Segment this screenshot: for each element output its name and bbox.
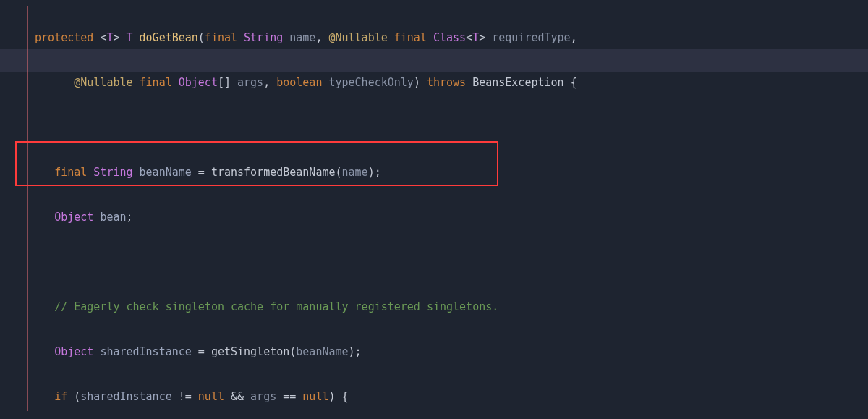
annotation: @Nullable: [328, 31, 387, 44]
return-type: T: [127, 31, 133, 44]
punct: ): [349, 345, 355, 358]
punct: >: [113, 31, 119, 44]
variable: sharedInstance: [100, 345, 191, 358]
param: typeCheckOnly: [328, 76, 413, 89]
variable: beanName: [140, 166, 192, 179]
param: args: [237, 76, 263, 89]
type-param: T: [472, 31, 479, 44]
keyword: final: [140, 76, 172, 89]
keyword: null: [302, 390, 328, 403]
punct: ): [414, 76, 420, 89]
comment: // Eagerly check singleton cache for man…: [54, 300, 498, 313]
code-line[interactable]: @Nullable final Object[] args, boolean t…: [22, 72, 701, 94]
call: getSingleton: [211, 345, 289, 358]
code-line[interactable]: [22, 251, 701, 274]
keyword: boolean: [276, 76, 322, 89]
punct: ,: [263, 76, 270, 89]
call: transformedBeanName: [211, 166, 336, 179]
operator: =: [198, 166, 205, 179]
type: String: [93, 166, 132, 179]
keyword: if: [54, 390, 67, 403]
operator: !=: [179, 390, 192, 403]
punct: ;: [375, 166, 381, 179]
variable: args: [250, 390, 276, 403]
punct: {: [571, 76, 577, 89]
punct: (: [289, 345, 296, 358]
code-line[interactable]: protected <T> T doGetBean(final String n…: [22, 27, 701, 49]
type: Class: [433, 31, 466, 44]
operator: =: [198, 345, 205, 358]
type: Object: [54, 211, 93, 224]
type: String: [244, 31, 283, 44]
keyword: protected: [35, 31, 93, 44]
keyword: null: [198, 390, 224, 403]
annotation: @Nullable: [74, 76, 132, 89]
punct: ;: [355, 345, 362, 358]
type: Object: [54, 345, 93, 358]
arg: beanName: [296, 345, 348, 358]
keyword: throws: [427, 76, 466, 89]
code-line[interactable]: Object bean;: [22, 206, 701, 229]
punct: ): [328, 390, 335, 403]
arg: name: [342, 166, 368, 179]
keyword: final: [54, 166, 87, 179]
punct: []: [218, 76, 231, 89]
code-line[interactable]: final String beanName = transformedBeanN…: [22, 161, 701, 184]
code-line[interactable]: if (sharedInstance != null && args == nu…: [22, 386, 701, 408]
keyword: final: [394, 31, 427, 44]
param: requiredType: [492, 31, 570, 44]
punct: <: [466, 31, 472, 44]
param: name: [289, 31, 315, 44]
punct: ): [368, 166, 375, 179]
variable: bean: [100, 211, 126, 224]
punct: ,: [571, 31, 577, 44]
operator: ==: [283, 390, 296, 403]
keyword: final: [205, 31, 237, 44]
punct: (: [198, 31, 205, 44]
code-line[interactable]: // Eagerly check singleton cache for man…: [22, 296, 701, 318]
code-line[interactable]: [22, 117, 701, 139]
punct: ,: [315, 31, 322, 44]
punct: >: [479, 31, 485, 44]
punct: {: [342, 390, 349, 403]
code-line[interactable]: Object sharedInstance = getSingleton(bea…: [22, 341, 701, 363]
method-name: doGetBean: [140, 31, 198, 44]
punct: (: [336, 166, 342, 179]
code-editor[interactable]: protected <T> T doGetBean(final String n…: [0, 0, 701, 419]
punct: ;: [127, 211, 133, 224]
type: Object: [179, 76, 218, 89]
exception-type: BeansException: [472, 76, 563, 89]
variable: sharedInstance: [80, 390, 171, 403]
operator: &&: [231, 390, 244, 403]
punct: (: [74, 390, 80, 403]
